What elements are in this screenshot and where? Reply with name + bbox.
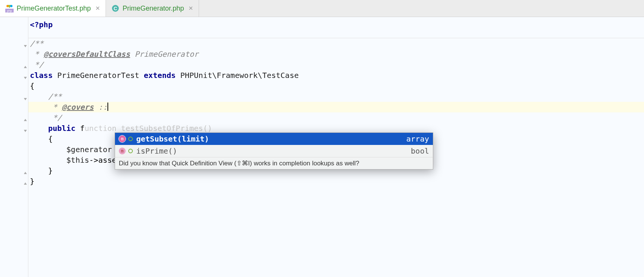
completion-item-return-type: array xyxy=(406,134,429,143)
ghost-text: unction testSubsetOfPrimes() xyxy=(85,124,212,133)
code-area[interactable]: <?php /** * @coversDefaultClass PrimeGen… xyxy=(28,17,644,277)
gutter xyxy=(0,17,28,277)
fold-toggle[interactable] xyxy=(23,96,28,102)
fold-toggle[interactable] xyxy=(23,75,28,81)
tab-bar: php PrimeGeneratorTest.php ✕ C PrimeGene… xyxy=(0,0,644,17)
code-line: /** xyxy=(28,91,644,102)
php-file-icon: php xyxy=(5,4,14,12)
doc-comment: /** xyxy=(30,39,44,48)
svg-text:php: php xyxy=(7,9,12,12)
svg-point-3 xyxy=(10,5,12,7)
tab-prime-generator-test[interactable]: php PrimeGeneratorTest.php ✕ xyxy=(0,0,106,17)
completion-item-isprime[interactable]: m isPrime() bool xyxy=(115,145,433,157)
fold-toggle[interactable] xyxy=(23,64,28,70)
php-open-tag: <?php xyxy=(30,20,53,29)
editor: <?php /** * @coversDefaultClass PrimeGen… xyxy=(0,17,644,277)
svg-point-7 xyxy=(129,149,132,153)
tab-label: PrimeGenerator.php xyxy=(123,5,184,12)
tab-prime-generator[interactable]: C PrimeGenerator.php ✕ xyxy=(106,0,199,17)
text-caret xyxy=(107,103,108,111)
code-line: /** xyxy=(28,38,644,49)
code-line: */ xyxy=(28,59,644,70)
svg-text:C: C xyxy=(114,6,117,11)
close-icon[interactable]: ✕ xyxy=(95,5,100,12)
code-line: } xyxy=(28,176,644,187)
code-line: class PrimeGeneratorTest extends PHPUnit… xyxy=(28,70,644,81)
completion-item-name: getSubset(limit) xyxy=(136,134,209,143)
code-line: * @coversDefaultClass PrimeGenerator xyxy=(28,49,644,59)
fold-toggle[interactable] xyxy=(23,181,28,187)
completion-item-getsubset[interactable]: m getSubset(limit) array xyxy=(115,133,433,145)
completion-popup: m getSubset(limit) array m isPrime() boo… xyxy=(115,132,433,170)
close-icon[interactable]: ✕ xyxy=(188,5,193,12)
svg-point-6 xyxy=(129,137,132,141)
phpdoc-annotation: @covers xyxy=(62,103,93,112)
visibility-icon xyxy=(128,136,133,142)
completion-item-name: isPrime() xyxy=(136,146,177,156)
code-line: */ xyxy=(28,112,644,123)
completion-item-return-type: bool xyxy=(411,146,429,156)
visibility-icon xyxy=(128,148,133,154)
class-file-icon: C xyxy=(111,4,120,12)
code-line-current: * @covers :: xyxy=(28,102,644,112)
code-line: <?php xyxy=(28,17,644,38)
method-icon: m xyxy=(119,148,126,154)
tab-label: PrimeGeneratorTest.php xyxy=(17,5,91,12)
method-icon: m xyxy=(119,135,126,142)
code-line: public function testSubsetOfPrimes() xyxy=(28,123,644,134)
phpdoc-annotation: @coversDefaultClass xyxy=(44,50,130,59)
svg-point-2 xyxy=(6,5,9,7)
completion-hint: Did you know that Quick Definition View … xyxy=(115,157,433,169)
fold-toggle[interactable] xyxy=(23,43,28,49)
fold-toggle[interactable] xyxy=(23,128,28,134)
code-line: { xyxy=(28,81,644,91)
fold-toggle[interactable] xyxy=(23,117,28,123)
fold-toggle[interactable] xyxy=(23,170,28,176)
